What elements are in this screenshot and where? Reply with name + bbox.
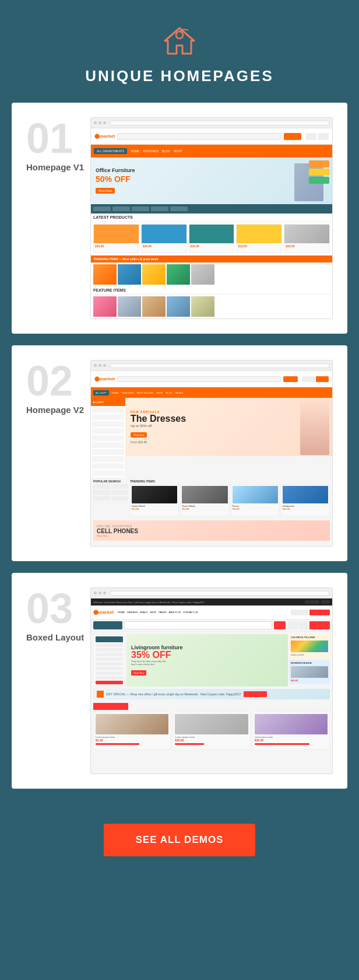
mock-search-tag-5 [93,496,110,501]
mock-deal-chair: Lorem ipsum chair $1.40 [93,712,171,750]
mock-popular-search: POPULAR SEARCH [93,480,128,516]
mock-sidebar-link-9 [92,463,124,469]
mock-nav-pages: PAGES [175,391,184,394]
mock-logo-bar-v3: ⬤market HOME FASHION DEALS SHOP PAGES AB… [91,606,332,620]
mock-shop-now: Shop Now [96,188,115,194]
svg-point-0 [176,32,183,38]
mock-deal-progress-2 [175,743,204,745]
mock-logo-bar-v2: ⬤market [91,371,332,387]
page-wrapper: UNIQUE HOMEPAGES 01 Homepage V1 ⬤market [0,0,359,886]
home-icon [159,23,200,58]
demo-card-3: 03 Boxed Layout Welcome to Emarket! Shop… [12,573,347,789]
mock-main-nav-v3: HOME FASHION DEALS SHOP PAGES ABOUT US C… [118,611,198,614]
mock-dot-2 [98,364,101,367]
mock-deal-extra: Lorem ipsum item $25.00 [252,712,330,750]
mock-nav-home: HOME [131,149,139,153]
mock-prod-img-2 [142,225,186,243]
mock-sb-link-5 [96,662,123,666]
mock-35-off: 35% OFF [131,650,183,660]
mock-search-tag-6 [111,496,128,501]
mock-deals-grid: Lorem ipsum chair $1.40 Lorem ipsum cloc… [93,712,330,750]
mock-thumb-5 [191,264,214,285]
mock-sb-link-8 [96,676,123,680]
demo-card-2: 02 Homepage V2 ⬤market [12,345,347,561]
mock-trending-v2: TRENDING ITEMS Smart Watch $15.98 Smart … [130,480,330,516]
mock-thumb-9 [167,296,190,317]
mock-nav-selling: BEST SELLING [137,391,153,394]
mock-hero-v1: Office Furniture 50% OFF Shop Now [91,158,332,204]
mock-login-v3 [291,610,308,615]
mock-sidebar-v3 [93,634,125,687]
demo-screenshot-2[interactable]: ⬤market ALL DEPT HOME FEATURES BEST SELL… [90,360,333,547]
mock-thumb-7 [118,296,141,317]
mock-price-2: $29.95 [143,244,185,248]
mock-dot-2 [94,364,97,367]
mock-lang [305,600,319,604]
mock-thumb-1 [93,264,117,285]
mock-from-price: From $29.89 [131,440,186,444]
mock-interior-design: INTERIOR DESIGN $49.89 [289,660,330,684]
mock-search-btn-v2 [283,376,298,382]
mock-sb-link-4 [96,657,123,661]
mock-usd [321,600,330,604]
mock-nav-features: FEATURES [143,149,158,153]
mock-logo-text: ⬤market [94,134,115,139]
mock-price-5: $59.95 [286,244,328,248]
mock-wishlist-v3 [288,621,298,629]
mock-sidebar-link-7 [92,449,124,455]
mock-trend-1: Smart Watch $15.98 [130,484,179,516]
mock-nav-home-v3: HOME [118,611,125,614]
mock-cat-5 [170,206,188,211]
mock-top-right [305,600,330,604]
mock-trend-price-2: $15.98 [182,508,227,510]
mock-prod-img-5 [284,225,329,243]
mock-pillow-1 [309,160,329,167]
mock-compare [302,376,315,382]
mock-prod-info-4: $19.95 [237,243,281,249]
demo-screenshot-1[interactable]: ⬤market ALL DEPARTMENTS HOME FEATURES BL… [90,117,333,319]
mock-deals-title [93,703,128,710]
mock-hero-discount: 50% OFF [96,174,135,184]
mock-prod-info-5: $59.95 [284,243,329,249]
mock-popular-grid [93,484,128,501]
mock-colorful-pillows: COLORFUL PILLOWS Starts at $12 [289,634,330,659]
demo-card-1: 01 Homepage V1 ⬤market [12,103,347,334]
mock-trend-3: Phone $15.98 [231,484,280,516]
mock-sidebar-head: ALL DEPT [91,398,125,406]
mock-trend-img-4 [283,486,328,503]
mock-feat-img-1 [291,640,328,652]
mock-hero-text: Office Furniture [96,167,135,174]
mock-dot [94,121,97,124]
mock-shop-collection: Shop Now [97,534,138,537]
demo-label-3: Boxed Layout [26,632,79,642]
mock-deal-img-chair [96,714,168,734]
mock-shop-now-v3: Shop Now [131,670,146,676]
mock-dot [103,121,106,124]
mock-deal-clock: Lorem ipsum clock $30.00 [173,712,250,750]
demo-screenshot-3[interactable]: Welcome to Emarket! Shop new offers / gi… [90,587,333,774]
mock-top-bar-v3: Welcome to Emarket! Shop new offers / gi… [91,598,332,606]
mock-nav-v1: ALL DEPARTMENTS HOME FEATURES BLOG SHOP [91,145,332,158]
mock-categories [91,204,332,214]
mock-shop-now-v2: Shop Now [131,432,147,438]
mock-sidebar-link-2 [92,414,124,420]
mock-row-2 [91,295,332,318]
mock-deals-section: Lorem ipsum chair $1.40 Lorem ipsum cloc… [91,701,332,752]
mock-deal-price-2: $30.00 [175,738,248,742]
mock-main-v3: Livingroom furniture 35% OFF They try to… [126,634,288,687]
mock-search-tag-3 [93,490,110,495]
mock-browser-bar-2 [91,360,332,371]
mock-prod-img-1 [94,225,139,243]
mock-thumb-6 [93,296,117,317]
mock-cell-content: ONLINE SHOPPING CELL PHONES Shop Now [97,524,138,537]
mock-sidebar-link-10 [92,470,124,476]
mock-gift-bar: GIFT SPECIAL — Wrap new offers / gift ev… [93,689,330,699]
mock-dot-3 [98,592,101,594]
see-all-demos-button[interactable]: See All Demos [104,824,256,856]
url-bar-3 [110,591,329,596]
mock-trending-title-v2: TRENDING ITEMS [130,480,330,483]
cta-section: See All Demos [0,800,359,886]
url-bar [110,121,329,125]
mock-sidebar-v2: ALL DEPT [91,398,126,477]
mock-prod-info-1: $49.95 [94,243,139,249]
